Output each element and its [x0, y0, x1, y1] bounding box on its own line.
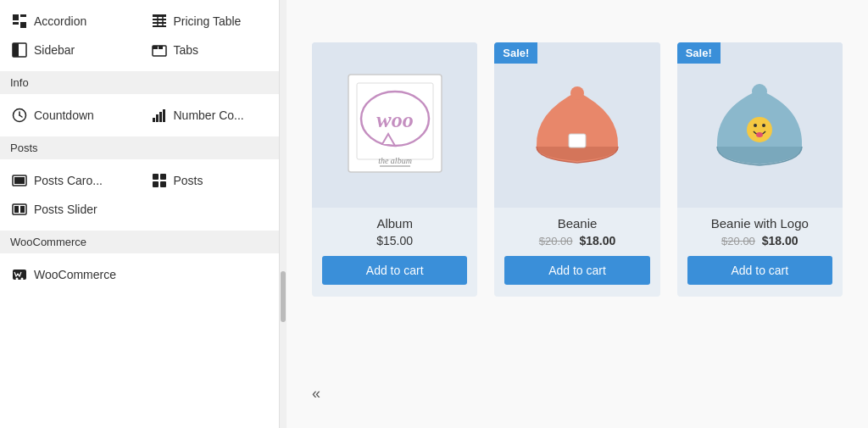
sidebar-item-number-counter[interactable]: Number Co...	[140, 101, 280, 130]
sidebar-section-info-header: Info	[0, 71, 279, 94]
sidebar-item-pricing-table-label: Pricing Table	[174, 14, 242, 28]
svg-rect-3	[20, 22, 26, 28]
sidebar-item-tabs-label: Tabs	[174, 43, 199, 57]
product-image-album: woo the album	[312, 42, 477, 208]
price-sale-beanie: $18.00	[579, 234, 615, 247]
tabs-icon	[152, 42, 167, 58]
price-sale-beanie-logo: $18.00	[762, 234, 798, 247]
svg-rect-19	[156, 114, 159, 122]
svg-point-42	[570, 86, 584, 100]
svg-rect-0	[13, 14, 19, 20]
posts-icon	[152, 173, 167, 188]
sidebar-item-countdown[interactable]: Countdown	[0, 101, 140, 130]
product-info-beanie-logo: Beanie with Logo $20.00 $18.00 Add to ca…	[677, 208, 843, 297]
product-price-album: $15.00	[322, 234, 467, 247]
sidebar: Accordion Pricing Table	[0, 0, 280, 428]
add-to-cart-album[interactable]: Add to cart	[322, 256, 467, 285]
svg-text:the album: the album	[378, 156, 412, 165]
sidebar-item-posts-slider-label: Posts Slider	[34, 203, 97, 216]
product-name-album: Album	[322, 216, 467, 231]
sidebar-item-sidebar-label: Sidebar	[34, 43, 75, 57]
sidebar-item-tabs[interactable]: Tabs	[140, 36, 280, 64]
product-card-beanie: Sale! Beanie $20.00 $	[494, 42, 659, 297]
sidebar-item-posts-slider[interactable]: Posts Slider	[0, 195, 140, 224]
woocommerce-icon	[12, 267, 27, 282]
sidebar-section-woocommerce-header: WooCommerce	[0, 231, 279, 253]
pricing-table-icon	[152, 14, 167, 29]
sidebar-section-posts: Posts Caro... Posts Posts S	[0, 159, 279, 231]
price-original-beanie: $20.00	[539, 235, 573, 247]
pagination-first-icon[interactable]: «	[312, 385, 320, 403]
svg-rect-20	[159, 112, 162, 122]
svg-line-17	[19, 115, 22, 117]
sidebar-item-posts-carousel-label: Posts Caro...	[34, 174, 103, 187]
sidebar-item-pricing-table[interactable]: Pricing Table	[140, 7, 280, 36]
accordion-icon	[12, 14, 27, 29]
product-info-album: Album $15.00 Add to cart	[312, 208, 477, 297]
svg-rect-11	[13, 43, 19, 57]
product-card-beanie-logo: Sale!	[677, 42, 843, 297]
product-info-beanie: Beanie $20.00 $18.00 Add to cart	[494, 208, 659, 297]
svg-point-47	[754, 124, 757, 127]
svg-rect-25	[160, 174, 166, 180]
product-name-beanie: Beanie	[504, 216, 649, 231]
sidebar-item-posts-label: Posts	[174, 174, 203, 187]
sidebar-item-countdown-label: Countdown	[34, 108, 94, 122]
svg-point-49	[756, 132, 763, 137]
svg-rect-7	[153, 25, 166, 27]
sidebar-section-general: Accordion Pricing Table	[0, 0, 279, 71]
svg-rect-2	[13, 22, 19, 25]
sidebar-item-posts[interactable]: Posts	[140, 166, 280, 195]
countdown-icon	[12, 108, 27, 123]
svg-rect-29	[14, 206, 19, 213]
sidebar-scrollbar[interactable]	[280, 0, 287, 428]
main-content: woo the album Album $15.00 Add to cart S…	[287, 0, 868, 428]
price-original-beanie-logo: $20.00	[721, 235, 755, 247]
svg-rect-30	[20, 206, 25, 213]
svg-point-33	[21, 278, 24, 281]
svg-rect-18	[153, 118, 155, 122]
add-to-cart-beanie[interactable]: Add to cart	[504, 256, 649, 285]
add-to-cart-beanie-logo[interactable]: Add to cart	[687, 256, 832, 285]
posts-carousel-icon	[12, 173, 27, 188]
sidebar-item-sidebar[interactable]: Sidebar	[0, 36, 140, 64]
sidebar-item-accordion[interactable]: Accordion	[0, 7, 140, 36]
sidebar-section-woocommerce: WooCommerce	[0, 253, 279, 296]
posts-slider-icon	[12, 202, 27, 217]
product-image-beanie-logo: Sale!	[677, 42, 843, 208]
product-card-album: woo the album Album $15.00 Add to cart	[312, 42, 477, 297]
svg-rect-4	[153, 14, 166, 17]
svg-rect-1	[20, 14, 26, 17]
svg-point-48	[762, 124, 765, 127]
svg-point-32	[16, 278, 19, 281]
svg-text:woo: woo	[376, 108, 413, 132]
svg-rect-24	[153, 174, 159, 180]
products-grid: woo the album Album $15.00 Add to cart S…	[312, 42, 843, 297]
svg-rect-31	[13, 270, 26, 280]
svg-point-46	[747, 117, 772, 142]
product-image-beanie: Sale!	[494, 42, 659, 208]
sale-badge-beanie-logo: Sale!	[677, 42, 721, 64]
sidebar-item-posts-carousel[interactable]: Posts Caro...	[0, 166, 140, 195]
product-price-beanie-logo: $20.00 $18.00	[687, 234, 832, 247]
svg-rect-23	[14, 177, 25, 184]
svg-rect-13	[153, 46, 158, 49]
product-name-beanie-logo: Beanie with Logo	[687, 216, 832, 231]
sidebar-section-posts-header: Posts	[0, 136, 279, 159]
svg-rect-6	[153, 22, 166, 24]
sidebar-item-woocommerce[interactable]: WooCommerce	[0, 260, 140, 289]
sidebar-item-woocommerce-label: WooCommerce	[34, 268, 116, 281]
svg-rect-27	[160, 181, 166, 187]
svg-rect-21	[163, 109, 165, 122]
sidebar-item-number-counter-label: Number Co...	[174, 108, 244, 122]
product-price-beanie: $20.00 $18.00	[504, 234, 649, 247]
sidebar-icon	[12, 42, 27, 58]
svg-rect-5	[153, 19, 166, 20]
sale-badge-beanie: Sale!	[494, 42, 537, 64]
number-counter-icon	[152, 108, 167, 123]
svg-point-45	[752, 84, 767, 99]
sidebar-item-accordion-label: Accordion	[34, 14, 86, 28]
svg-rect-14	[159, 46, 163, 49]
scrollbar-thumb[interactable]	[281, 271, 286, 322]
sidebar-section-info: Countdown Number Co...	[0, 94, 279, 136]
